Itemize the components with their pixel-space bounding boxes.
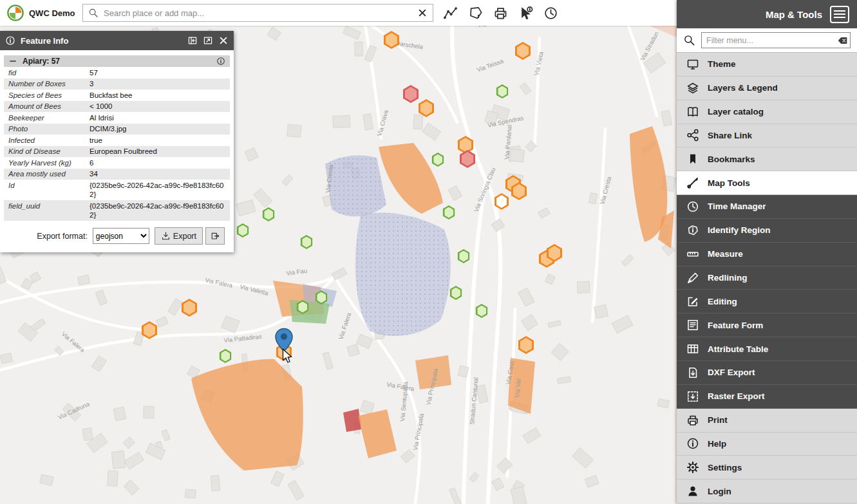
export-format-select[interactable]: geojson xyxy=(93,228,149,244)
sidebar-item-share-link[interactable]: Share Link xyxy=(677,124,857,148)
attribute-label: Species of Bees xyxy=(8,91,89,100)
toolbar-identify-button[interactable] xyxy=(517,5,534,21)
sidebar-item-theme[interactable]: Theme xyxy=(677,53,857,77)
attribute-value: {0235be9c-2026-42ac-a99c-f9e8183fc602} xyxy=(89,181,225,200)
sidebar-item-layer-catalog[interactable]: Layer catalog xyxy=(677,100,857,124)
menu-item-label: Share Link xyxy=(708,131,752,140)
export-button[interactable]: Export xyxy=(155,227,203,245)
feature-form-icon xyxy=(686,319,699,331)
login-icon xyxy=(686,485,699,498)
sidebar: Map & Tools Theme Layers & Legend Layer … xyxy=(677,0,857,504)
sidebar-item-layers-legend[interactable]: Layers & Legend xyxy=(677,77,857,100)
print-icon xyxy=(686,414,699,427)
sidebar-item-attribute-table[interactable]: Attribute Table xyxy=(677,337,857,361)
attribute-value: {0235be9c-2026-42ac-a99c-f9e8183fc602} xyxy=(89,201,225,220)
theme-icon xyxy=(686,58,699,71)
sidebar-item-identify-region[interactable]: Identify Region xyxy=(677,219,857,243)
search-input[interactable] xyxy=(102,8,413,19)
sidebar-item-map-tools[interactable]: Map Tools xyxy=(677,171,857,195)
bookmark-icon xyxy=(686,153,699,165)
attribute-label: Id xyxy=(8,181,89,200)
mouse-cursor xyxy=(282,348,292,364)
menu-item-label: Bookmarks xyxy=(708,154,755,164)
street-label: Via Falera xyxy=(337,312,352,341)
export-button-label: Export xyxy=(173,232,196,241)
attribute-value: European Foulbreed xyxy=(89,147,225,156)
layer-catalog-icon xyxy=(686,106,699,118)
feature-info-icon[interactable] xyxy=(216,57,225,66)
share-icon xyxy=(686,129,699,142)
filter-clear-icon[interactable] xyxy=(837,35,848,46)
attribute-row: PhotoDCIM/3.jpg xyxy=(4,124,230,135)
export-all-button[interactable] xyxy=(205,227,225,245)
attribute-value: DCIM/3.jpg xyxy=(89,124,225,134)
sidebar-item-time-manager[interactable]: Time Manager xyxy=(677,195,857,219)
topbar: QWC Demo xyxy=(0,0,677,26)
street-label: Via Vieta xyxy=(532,51,545,77)
menu-filter-row xyxy=(677,28,857,53)
sidebar-item-settings[interactable]: Settings xyxy=(677,456,857,480)
sidebar-item-feature-form[interactable]: Feature Form xyxy=(677,313,857,337)
search-box xyxy=(82,4,433,22)
measure-icon xyxy=(443,6,458,21)
toolbar-print-button[interactable] xyxy=(492,5,509,21)
attribute-label: field_uuid xyxy=(8,201,89,220)
sidebar-item-editing[interactable]: Editing xyxy=(677,290,857,313)
toolbar-identify-region-button[interactable] xyxy=(467,5,484,21)
hamburger-menu-icon[interactable] xyxy=(830,6,849,23)
sidebar-item-redlining[interactable]: Redlining xyxy=(677,266,857,290)
identify-icon xyxy=(518,6,533,21)
sidebar-item-help[interactable]: Help xyxy=(677,433,857,456)
close-panel-icon[interactable] xyxy=(218,35,229,46)
attribute-label: Number of Boxes xyxy=(8,79,89,89)
maximize-window-icon[interactable] xyxy=(203,35,213,46)
menu-item-label: Theme xyxy=(708,59,736,69)
sidebar-item-dxf-export[interactable]: DXF Export xyxy=(677,361,857,385)
sidebar-item-login[interactable]: Login xyxy=(677,480,857,503)
feature-info-panel: Feature Info Apiary: 57 fid57 Number of … xyxy=(0,31,234,252)
sidebar-item-measure[interactable]: Measure xyxy=(677,243,857,266)
search-clear-icon[interactable] xyxy=(417,8,428,18)
feature-result-header[interactable]: Apiary: 57 xyxy=(4,55,230,67)
dxf-export-icon xyxy=(686,366,699,379)
raster-export-icon xyxy=(686,390,699,403)
attribute-table: fid57 Number of Boxes3 Species of BeesBu… xyxy=(4,67,230,221)
editing-icon xyxy=(686,295,699,308)
pen-icon xyxy=(686,272,699,285)
dock-window-icon[interactable] xyxy=(187,35,198,46)
street-label: Via Falera xyxy=(205,276,234,289)
qwc-logo-icon xyxy=(6,4,24,22)
time-manager-icon xyxy=(543,6,558,21)
attribute-row: Amount of Bees< 1000 xyxy=(4,101,230,113)
toolbar-time-manager-button[interactable] xyxy=(542,5,559,21)
attribute-row: Yearly Harvest (kg)6 xyxy=(4,157,230,169)
attribute-label: Kind of Disease xyxy=(8,147,89,156)
attribute-label: Yearly Harvest (kg) xyxy=(8,158,89,168)
clock-icon xyxy=(686,200,699,213)
identify-region-icon xyxy=(468,6,483,21)
info-icon xyxy=(5,35,15,46)
street-label: Via Fau xyxy=(286,267,308,277)
filter-menu-input[interactable] xyxy=(701,32,851,48)
collapse-icon[interactable] xyxy=(8,57,17,66)
sidebar-item-raster-export[interactable]: Raster Export xyxy=(677,385,857,409)
attribute-label: Infected xyxy=(8,136,89,145)
toolbar-measure-button[interactable] xyxy=(442,5,458,21)
attribute-row: fid57 xyxy=(4,67,230,79)
attribute-value: 3 xyxy=(89,79,225,89)
app-logo[interactable]: QWC Demo xyxy=(6,4,82,22)
identify-region-icon xyxy=(686,224,699,237)
sidebar-item-bookmarks[interactable]: Bookmarks xyxy=(677,147,857,171)
menu-item-label: Redlining xyxy=(708,273,748,283)
sidebar-header: Map & Tools xyxy=(677,0,857,28)
layers-icon xyxy=(686,82,699,95)
attribute-value: 57 xyxy=(89,68,225,78)
attribute-value: 34 xyxy=(89,169,225,179)
menu-item-label: Time Manager xyxy=(708,201,766,211)
sidebar-item-print[interactable]: Print xyxy=(677,409,857,433)
menu-item-label: Feature Form xyxy=(708,321,763,330)
settings-icon xyxy=(686,461,699,474)
menu-item-label: Editing xyxy=(708,297,737,306)
menu-item-label: Identify Region xyxy=(708,225,771,235)
attribute-label: Amount of Bees xyxy=(8,102,89,111)
